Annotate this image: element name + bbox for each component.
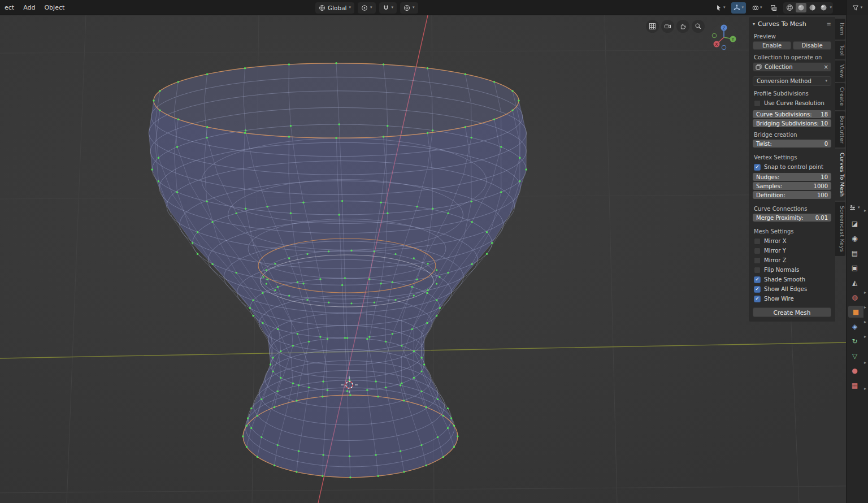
menu-select[interactable]: ect	[0, 0, 19, 15]
nudges-slider[interactable]: Nudges: 10	[753, 173, 831, 181]
chevron-down-icon: ▾	[858, 206, 860, 210]
texture-properties-tab[interactable]: ▦	[848, 379, 861, 391]
show-all-edges-row: Show All Edges	[754, 284, 831, 294]
material-properties-tab[interactable]: ●	[848, 365, 861, 376]
enable-button[interactable]: Enable	[753, 41, 791, 50]
overlays-dropdown[interactable]: ▾	[750, 2, 765, 14]
filter-icon[interactable]	[852, 5, 859, 11]
gizmo-z-label: Z	[723, 26, 726, 31]
collection-field[interactable]: Collection ×	[753, 62, 831, 72]
viewport-3d-scene[interactable]	[0, 15, 846, 503]
tab-screencast-keys[interactable]: Screencast Keys	[835, 202, 845, 256]
show-wire-row: Show Wire	[754, 294, 831, 303]
navigation-gizmo[interactable]: Z Y X	[709, 21, 739, 51]
panel-expand-icon[interactable]: ▸	[864, 209, 866, 213]
mirror-z-row: Mirror Z	[754, 255, 831, 265]
clear-collection-icon[interactable]: ×	[824, 64, 828, 70]
tab-create[interactable]: Create	[835, 83, 845, 110]
panel-expand-icon[interactable]: ▸	[864, 320, 866, 324]
shade-smooth-checkbox[interactable]	[754, 276, 761, 283]
object-properties-tab[interactable]: ■	[848, 306, 863, 318]
tab-tool[interactable]: Tool	[835, 41, 845, 60]
render-icon: ◉	[852, 235, 857, 242]
merge-proximity-slider[interactable]: Merge Proximity: 0.01	[753, 214, 831, 222]
object-visibility-dropdown[interactable]: ▾	[713, 2, 728, 14]
camera-view-button[interactable]	[661, 20, 674, 33]
viewport-3d[interactable]: Z Y X ▾ Curves To Mesh ≡ Preview Enable …	[0, 15, 846, 503]
render-properties-tab[interactable]: ◉	[848, 232, 861, 244]
rendered-sphere-icon	[820, 4, 827, 11]
object-data-properties-tab[interactable]: ▽	[848, 350, 861, 362]
shading-solid-button[interactable]	[796, 3, 806, 12]
gizmos-dropdown[interactable]: ▾	[731, 2, 746, 14]
ortho-toggle-button[interactable]	[646, 20, 659, 33]
pan-button[interactable]	[676, 20, 689, 33]
conversion-method-dropdown[interactable]: Conversion Method ▾	[753, 76, 831, 86]
topbar: ect Add Object Global ▾ ▾	[0, 0, 868, 15]
slider-label: Merge Proximity:	[756, 215, 804, 221]
panel-expand-icon[interactable]: ▸	[864, 387, 866, 391]
tab-view[interactable]: View	[835, 60, 845, 82]
tool-properties-tab[interactable]: ◪	[848, 218, 861, 229]
modifier-properties-tab[interactable]: ◈	[848, 320, 861, 332]
slider-label: Definition:	[756, 192, 785, 198]
twist-slider[interactable]: Twist: 0	[753, 140, 831, 148]
menu-bar: ect Add Object	[0, 0, 69, 15]
gizmo-y-neg-axis[interactable]	[712, 33, 717, 38]
create-mesh-button[interactable]: Create Mesh	[753, 307, 831, 317]
show-wire-checkbox[interactable]	[754, 296, 761, 302]
tab-item[interactable]: Item	[835, 19, 845, 40]
view-layer-properties-tab[interactable]: ▣	[848, 262, 861, 274]
curve-subdivisions-slider[interactable]: Curve Subdivisions: 18	[753, 110, 831, 118]
pivot-point-dropdown[interactable]: ▾	[358, 2, 376, 14]
mirror-y-checkbox[interactable]	[754, 248, 761, 254]
use-curve-resolution-label: Use Curve Resolution	[764, 100, 824, 106]
modifiers-icon: ◈	[852, 323, 857, 331]
disable-button[interactable]: Disable	[793, 41, 831, 50]
samples-slider[interactable]: Samples: 1000	[753, 182, 831, 190]
use-curve-resolution-checkbox[interactable]	[754, 100, 761, 107]
chevron-down-icon: ▾	[370, 6, 372, 10]
shading-wireframe-button[interactable]	[784, 3, 795, 12]
flip-normals-checkbox[interactable]	[754, 267, 761, 274]
physics-properties-tab[interactable]: ↻	[848, 335, 861, 347]
snapping-dropdown[interactable]: ▾	[379, 2, 397, 14]
conversion-method-label: Conversion Method	[757, 78, 811, 84]
transform-orientation-dropdown[interactable]: Global ▾	[315, 2, 354, 14]
editor-type-dropdown[interactable]: ▾	[849, 204, 860, 211]
bridging-subdivisions-slider[interactable]: Bridging Subdivisions: 10	[753, 119, 831, 127]
mirror-x-checkbox[interactable]	[754, 238, 761, 245]
mirror-z-checkbox[interactable]	[754, 257, 761, 264]
collapse-arrow-icon[interactable]: ▾	[753, 21, 755, 27]
material-sphere-icon	[809, 4, 816, 11]
gizmo-z-neg-axis[interactable]	[722, 45, 726, 50]
definition-slider[interactable]: Definition: 100	[753, 191, 831, 199]
chevron-down-icon: ▾	[825, 79, 827, 83]
zoom-button[interactable]	[692, 20, 705, 33]
panel-expand-icon[interactable]: ▸	[864, 290, 866, 295]
world-icon: ◍	[852, 293, 857, 301]
menu-object[interactable]: Object	[40, 0, 69, 15]
shading-rendered-button[interactable]	[818, 3, 829, 12]
panel-expand-icon[interactable]: ▸	[864, 335, 866, 339]
xray-toggle[interactable]	[768, 2, 779, 14]
panel-expand-icon[interactable]: ▸	[864, 305, 866, 310]
scene-properties-tab[interactable]: ◭	[848, 276, 861, 288]
gizmo-y-label: Y	[731, 37, 735, 42]
tab-boxcutter[interactable]: BoxCutter	[835, 111, 845, 148]
menu-icon[interactable]: ≡	[827, 21, 831, 27]
snap-to-control-point-checkbox[interactable]	[754, 164, 761, 171]
panel-header[interactable]: ▾ Curves To Mesh ≡	[753, 19, 831, 29]
vertex-settings-label: Vertex Settings	[754, 154, 831, 161]
grid-icon	[649, 23, 656, 30]
panel-expand-icon[interactable]: ▸	[864, 361, 866, 365]
hand-icon	[679, 23, 687, 30]
globe-icon	[319, 5, 326, 11]
show-all-edges-checkbox[interactable]	[754, 286, 761, 293]
world-properties-tab[interactable]: ◍	[848, 291, 861, 303]
tab-curves-to-mesh[interactable]: Curves To Mesh	[835, 149, 845, 201]
menu-add[interactable]: Add	[19, 0, 40, 15]
shading-material-button[interactable]	[807, 3, 818, 12]
output-properties-tab[interactable]: ▤	[848, 247, 861, 259]
proportional-editing-dropdown[interactable]: ▾	[400, 2, 418, 14]
